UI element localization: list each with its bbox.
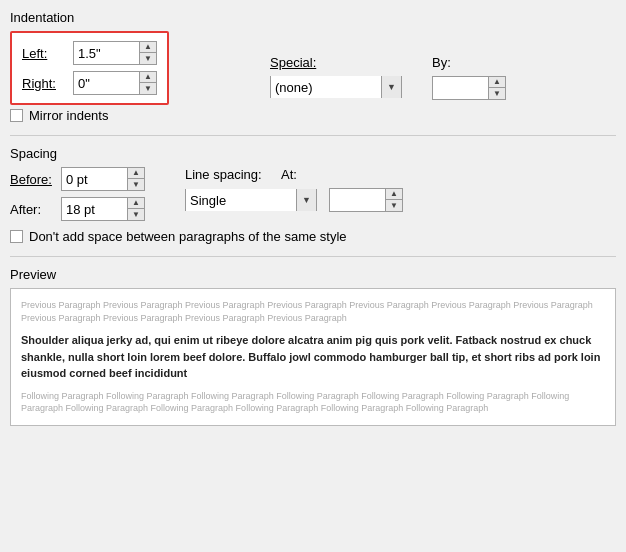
by-spinner-buttons: ▲ ▼ <box>488 77 505 99</box>
left-up-button[interactable]: ▲ <box>140 42 156 53</box>
preview-prev-text: Previous Paragraph Previous Paragraph Pr… <box>21 299 605 324</box>
line-spacing-label: Line spacing: <box>185 167 275 182</box>
special-select-row: (none) ▼ <box>270 76 402 98</box>
line-spacing-group: Line spacing: At: Single ▼ ▲ ▼ <box>185 167 403 221</box>
after-spinner-buttons: ▲ ▼ <box>127 198 144 220</box>
special-by-group: Special: (none) ▼ By: ▲ ▼ <box>270 55 616 100</box>
left-down-button[interactable]: ▼ <box>140 53 156 64</box>
special-value: (none) <box>271 76 381 98</box>
before-down-button[interactable]: ▼ <box>128 179 144 190</box>
before-row: Before: ▲ ▼ <box>10 167 145 191</box>
by-spinner-row: ▲ ▼ <box>432 76 506 100</box>
spacing-section: Spacing Before: ▲ ▼ After: ▲ <box>10 146 616 244</box>
indentation-box: Left: ▲ ▼ Right: ▲ ▼ <box>10 31 169 105</box>
dont-add-space-label: Don't add space between paragraphs of th… <box>29 229 347 244</box>
right-spinner: ▲ ▼ <box>73 71 157 95</box>
special-select-group[interactable]: (none) ▼ <box>270 76 402 98</box>
divider-2 <box>10 256 616 257</box>
spacing-main-row: Before: ▲ ▼ After: ▲ ▼ <box>10 167 616 221</box>
mirror-indents-label: Mirror indents <box>29 108 108 123</box>
special-group: Special: (none) ▼ <box>270 55 402 100</box>
spacing-title: Spacing <box>10 146 616 161</box>
after-down-button[interactable]: ▼ <box>128 209 144 220</box>
after-label: After: <box>10 202 55 217</box>
left-input[interactable] <box>74 42 139 64</box>
before-input[interactable] <box>62 168 127 190</box>
preview-main-text: Shoulder aliqua jerky ad, qui enim ut ri… <box>21 332 605 382</box>
before-after-group: Before: ▲ ▼ After: ▲ ▼ <box>10 167 145 221</box>
by-label: By: <box>432 55 477 70</box>
at-label: At: <box>281 167 326 182</box>
preview-follow-text: Following Paragraph Following Paragraph … <box>21 390 605 415</box>
before-up-button[interactable]: ▲ <box>128 168 144 179</box>
by-label-row: By: <box>432 55 506 70</box>
by-up-button[interactable]: ▲ <box>489 77 505 88</box>
by-spinner: ▲ ▼ <box>432 76 506 100</box>
at-input[interactable] <box>330 189 385 211</box>
at-spinner-buttons: ▲ ▼ <box>385 189 402 211</box>
line-spacing-controls-row: Single ▼ ▲ ▼ <box>185 188 403 212</box>
dont-add-space-checkbox[interactable] <box>10 230 23 243</box>
right-up-button[interactable]: ▲ <box>140 72 156 83</box>
preview-section: Preview Previous Paragraph Previous Para… <box>10 267 616 426</box>
at-spinner: ▲ ▼ <box>329 188 403 212</box>
right-spinner-buttons: ▲ ▼ <box>139 72 156 94</box>
indentation-section: Indentation Left: ▲ ▼ Right: ▲ ▼ <box>10 10 616 123</box>
right-label: Right: <box>22 76 67 91</box>
dont-add-space-row: Don't add space between paragraphs of th… <box>10 229 616 244</box>
right-row: Right: ▲ ▼ <box>22 71 157 95</box>
line-spacing-dropdown-arrow[interactable]: ▼ <box>296 189 316 211</box>
special-dropdown-arrow[interactable]: ▼ <box>381 76 401 98</box>
left-spinner-buttons: ▲ ▼ <box>139 42 156 64</box>
preview-title: Preview <box>10 267 616 282</box>
right-down-button[interactable]: ▼ <box>140 83 156 94</box>
after-row: After: ▲ ▼ <box>10 197 145 221</box>
left-spinner: ▲ ▼ <box>73 41 157 65</box>
at-up-button[interactable]: ▲ <box>386 189 402 200</box>
right-input[interactable] <box>74 72 139 94</box>
at-down-button[interactable]: ▼ <box>386 200 402 211</box>
preview-box: Previous Paragraph Previous Paragraph Pr… <box>10 288 616 426</box>
line-spacing-value: Single <box>186 189 296 211</box>
by-down-button[interactable]: ▼ <box>489 88 505 99</box>
special-label: Special: <box>270 55 316 70</box>
divider-1 <box>10 135 616 136</box>
line-spacing-select-group[interactable]: Single ▼ <box>185 189 317 211</box>
before-spinner: ▲ ▼ <box>61 167 145 191</box>
indentation-title: Indentation <box>10 10 616 25</box>
by-input[interactable] <box>433 77 488 99</box>
left-row: Left: ▲ ▼ <box>22 41 157 65</box>
after-input[interactable] <box>62 198 127 220</box>
left-label: Left: <box>22 46 67 61</box>
after-spinner: ▲ ▼ <box>61 197 145 221</box>
line-spacing-label-row: Line spacing: At: <box>185 167 403 182</box>
special-label-row: Special: <box>270 55 402 70</box>
after-up-button[interactable]: ▲ <box>128 198 144 209</box>
before-label: Before: <box>10 172 55 187</box>
mirror-indents-row: Mirror indents <box>10 108 616 123</box>
before-spinner-buttons: ▲ ▼ <box>127 168 144 190</box>
by-group: By: ▲ ▼ <box>432 55 506 100</box>
mirror-indents-checkbox[interactable] <box>10 109 23 122</box>
